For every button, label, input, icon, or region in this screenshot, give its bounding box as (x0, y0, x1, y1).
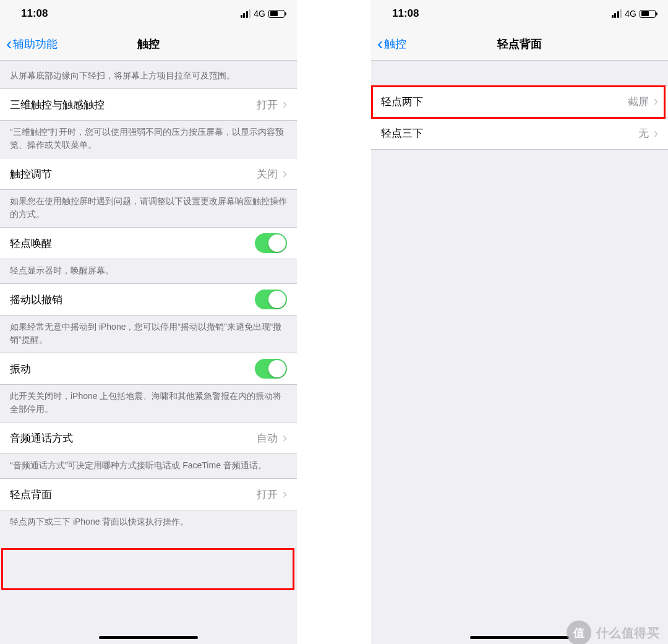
nav-bar: ‹ 触控 轻点背面 (371, 27, 668, 61)
caption-tap-to-wake: 轻点显示器时，唤醒屏幕。 (0, 259, 297, 283)
back-label: 触控 (384, 36, 406, 51)
row-label: 轻点两下 (381, 95, 423, 109)
chevron-right-icon: › (283, 487, 287, 501)
status-bar: 11:08 4G (0, 0, 297, 27)
status-indicators: 4G (612, 9, 656, 19)
phone-screen-touch-settings: 11:08 4G ‹ 辅助功能 触控 从屏幕底部边缘向下轻扫，将屏幕上方项目拉至… (0, 0, 297, 644)
row-call-audio-routing[interactable]: 音频通话方式 自动› (0, 422, 297, 454)
chevron-left-icon: ‹ (6, 35, 12, 53)
status-time: 11:08 (21, 7, 48, 20)
row-value: 打开 (257, 98, 278, 112)
caption-back-tap: 轻点两下或三下 iPhone 背面以快速执行操作。 (0, 510, 297, 535)
row-label: 摇动以撤销 (10, 293, 62, 307)
row-shake-to-undo[interactable]: 摇动以撤销 (0, 283, 297, 316)
watermark: 值 什么值得买 (567, 620, 660, 644)
back-label: 辅助功能 (13, 36, 58, 51)
caption-touch-accommodations: 如果您在使用触控屏时遇到问题，请调整以下设置更改屏幕响应触控操作的方式。 (0, 190, 297, 227)
highlight-back-tap (1, 548, 294, 590)
phone-screen-back-tap-settings: 11:08 4G ‹ 触控 轻点背面 轻点两下 截屏› 轻点三下 无› (371, 0, 668, 644)
chevron-right-icon: › (654, 95, 658, 108)
row-vibration[interactable]: 振动 (0, 353, 297, 385)
caption-shake-to-undo: 如果经常无意中摇动到 iPhone，您可以停用“摇动以撤销”来避免出现“撤销”提… (0, 316, 297, 353)
toggle-vibration[interactable] (255, 359, 287, 379)
row-label: 轻点唤醒 (10, 236, 52, 251)
home-indicator[interactable] (470, 636, 569, 639)
row-label: 音频通话方式 (10, 431, 73, 445)
chevron-right-icon: › (283, 431, 287, 445)
toggle-shake-to-undo[interactable] (255, 290, 287, 309)
row-value: 截屏 (628, 95, 649, 109)
status-indicators: 4G (241, 9, 285, 19)
watermark-badge-icon: 值 (567, 620, 591, 644)
caption-reachability: 从屏幕底部边缘向下轻扫，将屏幕上方项目拉至可及范围。 (0, 61, 297, 88)
chevron-right-icon: › (654, 127, 658, 140)
caption-3d-touch: “三维触控”打开时，您可以使用强弱不同的压力按压屏幕，以显示内容预览、操作或关联… (0, 121, 297, 158)
caption-call-audio-routing: “音频通话方式”可决定用哪种方式接听电话或 FaceTime 音频通话。 (0, 454, 297, 478)
chevron-right-icon: › (283, 167, 287, 181)
row-label: 振动 (10, 362, 31, 376)
row-touch-accommodations[interactable]: 触控调节 关闭› (0, 158, 297, 190)
home-indicator[interactable] (99, 636, 198, 639)
caption-vibration: 此开关关闭时，iPhone 上包括地震、海啸和其他紧急警报在内的振动将全部停用。 (0, 385, 297, 422)
network-label: 4G (254, 9, 265, 19)
nav-bar: ‹ 辅助功能 触控 (0, 27, 297, 61)
row-double-tap[interactable]: 轻点两下 截屏› (371, 85, 668, 118)
row-3d-touch[interactable]: 三维触控与触感触控 打开› (0, 88, 297, 121)
row-triple-tap[interactable]: 轻点三下 无› (371, 118, 668, 150)
page-title: 触控 (137, 36, 160, 51)
page-title: 轻点背面 (497, 36, 542, 51)
row-value: 关闭 (257, 167, 278, 181)
row-value: 打开 (257, 487, 278, 502)
row-tap-to-wake[interactable]: 轻点唤醒 (0, 227, 297, 259)
row-label: 三维触控与触感触控 (10, 98, 105, 112)
chevron-right-icon: › (283, 98, 287, 111)
battery-icon (640, 10, 656, 18)
row-label: 触控调节 (10, 167, 52, 181)
status-bar: 11:08 4G (371, 0, 668, 27)
back-button-touch[interactable]: ‹ 触控 (377, 35, 406, 53)
status-time: 11:08 (392, 7, 419, 20)
row-back-tap[interactable]: 轻点背面 打开› (0, 478, 297, 510)
signal-icon (612, 9, 622, 18)
battery-icon (268, 10, 285, 18)
back-button-accessibility[interactable]: ‹ 辅助功能 (6, 35, 58, 53)
row-label: 轻点背面 (10, 487, 52, 502)
chevron-left-icon: ‹ (377, 35, 383, 53)
watermark-text: 什么值得买 (596, 625, 660, 642)
row-value: 无 (638, 126, 649, 140)
row-label: 轻点三下 (381, 126, 423, 140)
toggle-tap-to-wake[interactable] (255, 233, 287, 253)
signal-icon (241, 9, 251, 18)
network-label: 4G (625, 9, 636, 19)
row-value: 自动 (257, 431, 278, 445)
